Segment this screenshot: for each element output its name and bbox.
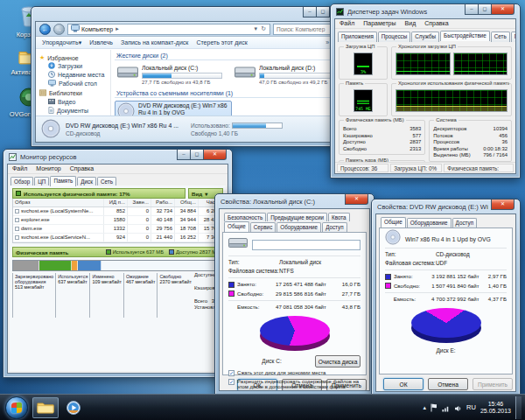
tab-general[interactable]: Общие xyxy=(381,217,406,228)
minimize-button[interactable] xyxy=(465,4,479,15)
row-checkbox[interactable] xyxy=(15,209,19,214)
menu-help[interactable]: Справка xyxy=(424,20,448,27)
cancel-button[interactable]: Отмена xyxy=(428,378,468,390)
chevron-down-icon xyxy=(79,39,82,46)
menu-view[interactable]: Вид xyxy=(405,20,416,27)
checkbox-checked-icon[interactable] xyxy=(228,370,234,376)
index-checkbox-row[interactable]: Разрешить индексировать содержимое файло… xyxy=(228,379,360,391)
sidebar-item-recent[interactable]: Недавние места xyxy=(39,70,110,79)
tab-users[interactable]: Пользователи xyxy=(511,32,516,42)
compress-checkbox-row[interactable]: Сжать этот диск для экономии места xyxy=(228,370,360,376)
back-button[interactable] xyxy=(39,24,51,35)
clock[interactable]: 15:46 25.05.2013 xyxy=(480,401,511,415)
tab-performance[interactable]: Быстродействие xyxy=(440,31,490,41)
maximize-button[interactable] xyxy=(316,7,330,18)
explorer-main: Избранное Загрузки Недавние места Рабочи… xyxy=(36,50,354,116)
tab-applications[interactable]: Приложения xyxy=(338,32,377,42)
menu-file[interactable]: Файл xyxy=(12,165,27,172)
minimize-button[interactable] xyxy=(303,7,317,18)
dvd-name-line1: DVD RW дисковод (E:) Win7 x86 xyxy=(138,102,229,109)
close-button[interactable] xyxy=(203,150,227,160)
network-icon[interactable] xyxy=(442,400,450,416)
favorites-header[interactable]: Избранное xyxy=(39,54,110,61)
explorer-window: Компьютер Поиск: Компьютер Упорядочить И… xyxy=(31,6,359,147)
used-capacity-bar xyxy=(232,122,283,129)
table-row[interactable]: dwm.exe 1332 0 29 756 18 708 15 768 xyxy=(13,225,222,234)
address-bar[interactable]: Компьютер xyxy=(67,24,270,35)
task-manager-titlebar[interactable]: Диспетчер задач Windows xyxy=(331,4,520,18)
menu-file[interactable]: Файл xyxy=(340,20,354,27)
hidden-icons-button[interactable] xyxy=(424,404,427,411)
explorer-titlebar[interactable] xyxy=(32,7,358,21)
breadcrumb[interactable]: Компьютер xyxy=(81,26,113,32)
forward-button[interactable] xyxy=(53,24,65,35)
tab-services[interactable]: Службы xyxy=(411,32,439,42)
disc-icon xyxy=(385,229,401,248)
processes-header[interactable]: Используется физической памяти: 17% xyxy=(12,188,186,199)
table-row[interactable]: svchost.exe (LocalSystemNe... 852 0 32 7… xyxy=(13,207,222,216)
volume-label-field[interactable] xyxy=(252,240,360,250)
address-dropdown-icon[interactable] xyxy=(254,25,259,32)
group-header-removable[interactable]: Устройства со съемными носителями (1) xyxy=(115,90,350,98)
explorer-body: Компьютер Поиск: Компьютер Упорядочить И… xyxy=(35,21,354,143)
burn-button[interactable]: Запись на компакт-диск xyxy=(121,39,188,46)
physical-memory-header[interactable]: Физическая память Используется 637 МБ До… xyxy=(12,247,223,257)
row-checkbox[interactable] xyxy=(15,235,19,240)
disk-cleanup-button[interactable]: Очистка диска xyxy=(315,355,360,368)
free-space: Свободно 1,40 ГБ xyxy=(191,130,282,137)
taskbar-button-explorer[interactable] xyxy=(32,397,59,418)
action-center-flag-icon[interactable] xyxy=(430,400,438,416)
tab-strip-row2: Общие Сервис Оборудование Доступ xyxy=(222,221,367,232)
dialog-titlebar[interactable]: Свойства: Локальный диск (C:) xyxy=(215,194,374,208)
sidebar-item-desktop[interactable]: Рабочий стол xyxy=(39,79,110,88)
row-checkbox[interactable] xyxy=(15,218,19,222)
refresh-icon[interactable] xyxy=(260,25,267,32)
menu-options[interactable]: Параметры xyxy=(363,20,396,27)
menu-monitor[interactable]: Монитор xyxy=(36,165,61,172)
table-header-row[interactable]: Образ ИД п... Заве... Рабо... Общ... Час… xyxy=(13,199,222,207)
table-row[interactable]: svchost.exe (LocalServiceN... 924 0 21 4… xyxy=(13,234,222,242)
menu-help[interactable]: Справка xyxy=(70,165,94,172)
capacity-row: Емкость: 4 700 372 992 байт 4,37 ГБ xyxy=(385,295,507,304)
resource-monitor-titlebar[interactable]: Монитор ресурсов xyxy=(4,150,232,164)
table-row[interactable]: explorer.exe 1580 0 40 148 34 944 28 412 xyxy=(13,216,222,225)
sidebar-item-video[interactable]: Видео xyxy=(39,97,110,106)
memory-composition-bar xyxy=(12,260,223,271)
tab-general[interactable]: Общие xyxy=(224,221,249,232)
checkbox-checked-icon[interactable] xyxy=(228,379,234,385)
dialog-titlebar[interactable]: Свойства: DVD RW дисковод (E:) Win7 x86 … xyxy=(372,200,520,214)
drive-item-c[interactable]: Локальный диск (C:) 27,7 ГБ свободно из … xyxy=(115,63,232,88)
more-commands-icon[interactable] xyxy=(326,39,329,46)
status-processes: Процессов: 36 xyxy=(337,164,388,172)
organize-button[interactable]: Упорядочить xyxy=(42,39,81,46)
group-header-hdd[interactable]: Жесткие диски (2) xyxy=(115,52,350,60)
tab-memory[interactable]: Память xyxy=(50,176,76,186)
close-button[interactable] xyxy=(491,4,514,15)
minimize-button[interactable] xyxy=(177,150,191,160)
ok-button[interactable]: ОК xyxy=(383,378,424,390)
general-tab-page: Тип:Локальный диск Файловая система:NTFS… xyxy=(222,232,367,375)
close-button[interactable] xyxy=(345,194,368,205)
tab-processes[interactable]: Процессы xyxy=(378,32,410,42)
eject-button[interactable]: Извлечь xyxy=(89,39,113,46)
volume-icon[interactable] xyxy=(454,400,462,416)
sidebar-item-documents[interactable]: Документы xyxy=(39,106,110,115)
details-pane: DVD RW дисковод (E:) Win7 x86 Ru 4 ... C… xyxy=(36,116,354,142)
menu-bar: Файл Параметры Вид Справка xyxy=(335,19,515,29)
maximize-button[interactable] xyxy=(478,4,492,15)
downloads-icon xyxy=(48,62,55,70)
language-indicator[interactable]: RU xyxy=(466,403,476,411)
maximize-button[interactable] xyxy=(190,150,204,160)
libraries-header[interactable]: Библиотеки xyxy=(39,89,110,97)
erase-disc-button[interactable]: Стереть этот диск xyxy=(196,39,247,46)
segment-hardware-reserved xyxy=(13,261,39,270)
command-bar: Упорядочить Извлечь Запись на компакт-ди… xyxy=(36,37,354,49)
close-button[interactable] xyxy=(491,200,514,210)
start-button[interactable] xyxy=(5,396,28,419)
sidebar-item-downloads[interactable]: Загрузки xyxy=(39,61,110,70)
row-checkbox[interactable] xyxy=(15,227,19,231)
computer-icon xyxy=(71,24,80,33)
show-desktop-button[interactable] xyxy=(515,396,522,419)
taskbar-button-media-player[interactable] xyxy=(60,397,87,418)
tab-network[interactable]: Сеть xyxy=(491,32,510,42)
